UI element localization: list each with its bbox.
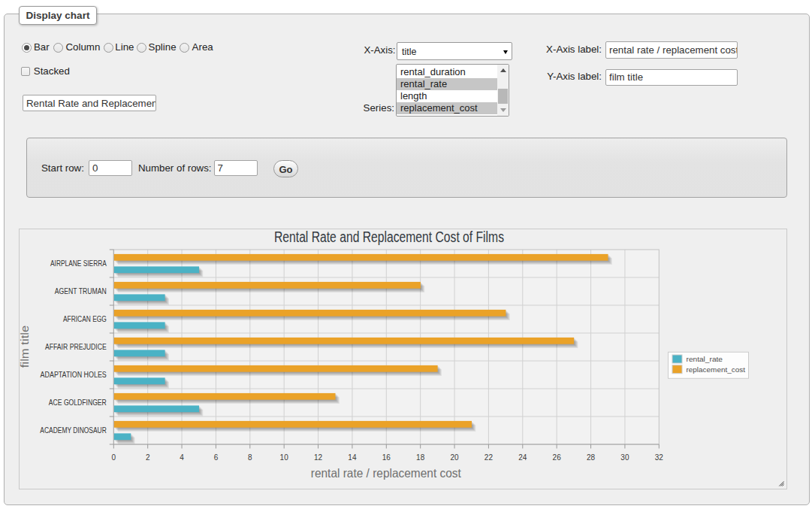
- svg-text:ADAPTATION HOLES: ADAPTATION HOLES: [41, 371, 107, 379]
- svg-text:AIRPLANE SIERRA: AIRPLANE SIERRA: [50, 259, 107, 268]
- svg-text:AFRICAN EGG: AFRICAN EGG: [63, 315, 107, 323]
- svg-text:rental rate / replacement cost: rental rate / replacement cost: [311, 466, 461, 480]
- svg-text:AFFAIR PREJUDICE: AFFAIR PREJUDICE: [45, 343, 107, 351]
- svg-text:4: 4: [180, 453, 184, 462]
- svg-text:12: 12: [314, 453, 323, 462]
- svg-text:rental_rate: rental_rate: [687, 355, 723, 363]
- svg-text:0: 0: [112, 453, 116, 462]
- svg-text:6: 6: [214, 453, 219, 462]
- svg-text:24: 24: [518, 453, 527, 462]
- svg-text:20: 20: [450, 453, 459, 462]
- svg-text:ACADEMY DINOSAUR: ACADEMY DINOSAUR: [40, 426, 107, 435]
- svg-text:2: 2: [146, 453, 150, 462]
- svg-text:30: 30: [620, 453, 629, 462]
- svg-text:AGENT TRUMAN: AGENT TRUMAN: [55, 287, 107, 295]
- svg-text:32: 32: [655, 453, 664, 462]
- svg-text:16: 16: [382, 453, 391, 462]
- svg-text:Rental Rate and Replacement Co: Rental Rate and Replacement Cost of Film…: [274, 229, 504, 245]
- svg-text:10: 10: [280, 453, 289, 462]
- svg-text:replacement_cost: replacement_cost: [687, 365, 746, 374]
- svg-text:18: 18: [416, 453, 425, 462]
- svg-text:22: 22: [484, 453, 494, 462]
- svg-text:26: 26: [553, 453, 562, 462]
- svg-text:28: 28: [587, 453, 596, 462]
- svg-text:ACE GOLDFINGER: ACE GOLDFINGER: [49, 398, 107, 407]
- svg-text:film title: film title: [20, 326, 31, 368]
- svg-text:8: 8: [248, 453, 252, 462]
- svg-text:14: 14: [348, 453, 357, 462]
